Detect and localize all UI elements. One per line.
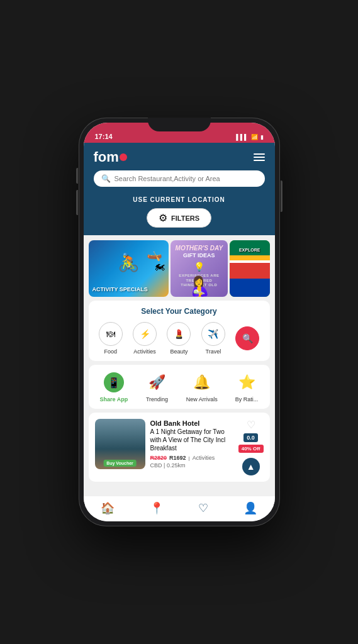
gift-title-text: GIFT IDEAS [171,252,228,260]
activity-specials-banner[interactable]: 🚴 🛶 🏍 ACTIVITY SPECIALS [89,240,169,297]
action-share-app[interactable]: 📱 Share App [100,371,128,402]
favorite-icon[interactable]: ♡ [247,419,255,431]
activity-title-text: ACTIVITY SPECIALS [92,286,148,292]
signal-icon: ▌▌▌ [236,134,248,140]
deal-subtitle: A 1 Night Getaway for Two with A View of… [150,428,233,452]
nav-profile[interactable]: 👤 [243,501,257,515]
status-time: 17:14 [95,133,113,140]
flag-gold [230,255,270,260]
hamburger-line [254,160,265,161]
deal-hotel-name: Old Bank Hotel [150,419,233,428]
hamburger-line [254,157,265,158]
discount-badge: 40% Off [238,445,264,453]
status-icons: ▌▌▌ 📶 ▮ [236,134,263,140]
category-search-icon: 🔍 [242,333,253,343]
deal-right: ♡ 0.0 40% Off ▲ [238,419,264,475]
deal-pricing: R2820 R1692 | Activities [150,455,233,461]
quick-actions: 📱 Share App 🚀 Trending 🔔 New Arrivals ⭐ … [89,365,270,409]
gift-ideas-banner[interactable]: Mother's Day GIFT IDEAS 💡 EXPERIENCES AR… [171,240,228,297]
gift-subtitle: Mother's Day [171,244,228,252]
activity-illustration: 🚴 🛶 🏍 [89,240,169,284]
home-icon: 🏠 [101,501,115,515]
phone-screen: 17:14 ▌▌▌ 📶 ▮ fom 🔍 [84,123,275,521]
category-search[interactable]: 🔍 [235,326,259,350]
gift-icon: 💡 [171,261,228,272]
flag-red [230,263,270,278]
heart-nav-icon: ♡ [198,501,208,515]
price-new: R1692 [169,455,186,461]
share-app-icon: 📱 [103,371,125,394]
by-rating-icon: ⭐ [235,371,258,394]
deal-card[interactable]: Buy Voucher Old Bank Hotel A 1 Night Get… [89,413,270,482]
buy-voucher-badge[interactable]: Buy Voucher [103,460,137,467]
category-travel-circle: ✈️ [201,322,225,346]
location-button[interactable]: USE CURRENT LOCATION [94,193,265,204]
category-beauty-label: Beauty [170,348,187,355]
nav-favorites[interactable]: ♡ [198,501,208,515]
logo-dot [120,153,127,161]
filters-button[interactable]: ⚙ FILTERS [94,208,265,228]
deal-category: Activities [193,455,215,461]
category-food-label: Food [104,348,117,355]
category-activities-label: Activities [133,348,156,355]
nav-home[interactable]: 🏠 [101,501,115,515]
category-travel-icon: ✈️ [208,329,218,339]
deal-distance-value: 0.25km [167,462,186,469]
category-food-icon: 🍽 [106,329,115,339]
action-by-rating[interactable]: ⭐ By Rati... [235,371,259,402]
deal-meta: CBD | 0.25km [150,462,233,469]
category-search-circle: 🔍 [235,326,259,350]
category-section: Select Your Category 🍽 Food ⚡ Activities [89,301,270,361]
filters-icon: ⚙ [159,212,167,224]
trending-icon: 🚀 [145,371,168,394]
scroll-top-button[interactable]: ▲ [242,458,260,475]
hamburger-menu[interactable] [254,153,265,161]
search-input[interactable] [115,175,257,182]
trending-label: Trending [146,396,168,402]
category-food[interactable]: 🍽 Food [99,322,123,355]
share-app-label: Share App [100,396,128,402]
search-bar[interactable]: 🔍 [94,170,265,187]
deal-info: Old Bank Hotel A 1 Night Getaway for Two… [150,419,233,469]
location-button-label: USE CURRENT LOCATION [133,196,225,203]
category-title: Select Your Category [94,307,265,316]
phone-frame: 17:14 ▌▌▌ 📶 ▮ fom 🔍 [79,118,280,526]
phone-notch [148,118,211,131]
new-arrivals-label: New Arrivals [186,396,218,402]
category-travel[interactable]: ✈️ Travel [201,322,225,355]
filters-inner[interactable]: ⚙ FILTERS [147,208,211,228]
nav-location[interactable]: 📍 [150,501,164,515]
flag-blue [230,279,270,297]
filters-label: FILTERS [171,214,199,222]
logo-text: fom [94,149,119,165]
banner-section: 🚴 🛶 🏍 ACTIVITY SPECIALS Mother's Day GIF… [84,235,275,297]
battery-icon: ▮ [260,134,264,140]
category-activities[interactable]: ⚡ Activities [133,322,157,355]
rating-badge: 0.0 [243,433,258,442]
category-beauty-icon: 💄 [174,329,184,339]
category-activities-icon: ⚡ [140,329,150,339]
deal-separator: | [189,455,190,461]
action-trending[interactable]: 🚀 Trending [145,371,168,402]
whatsapp-icon: 📱 [104,372,124,392]
deal-image: Buy Voucher [95,419,145,469]
bottom-nav: 🏠 📍 ♡ 👤 [84,496,275,521]
new-arrivals-icon: 🔔 [191,371,213,394]
category-beauty[interactable]: 💄 Beauty [167,322,191,355]
app-header: fom 🔍 USE CURRENT LOCATION ⚙ FILTERS [84,143,275,235]
action-new-arrivals[interactable]: 🔔 New Arrivals [186,371,218,402]
app-logo: fom [94,149,127,165]
activity-specials-label: ACTIVITY SPECIALS [92,286,148,293]
location-pin-icon: 📍 [150,501,164,515]
header-top: fom [94,149,265,165]
mother-silhouette-icon: 🤱 [187,275,211,297]
explore-label: EXPLORE [239,248,260,252]
category-travel-label: Travel [206,348,221,355]
by-rating-label: By Rati... [235,396,259,402]
main-content: 🚴 🛶 🏍 ACTIVITY SPECIALS Mother's Day GIF… [84,235,275,496]
south-africa-banner[interactable]: EXPLORE [230,240,270,297]
search-icon: 🔍 [101,174,111,183]
hamburger-line [254,153,265,155]
deal-location: CBD [150,462,162,469]
category-beauty-circle: 💄 [167,322,191,346]
